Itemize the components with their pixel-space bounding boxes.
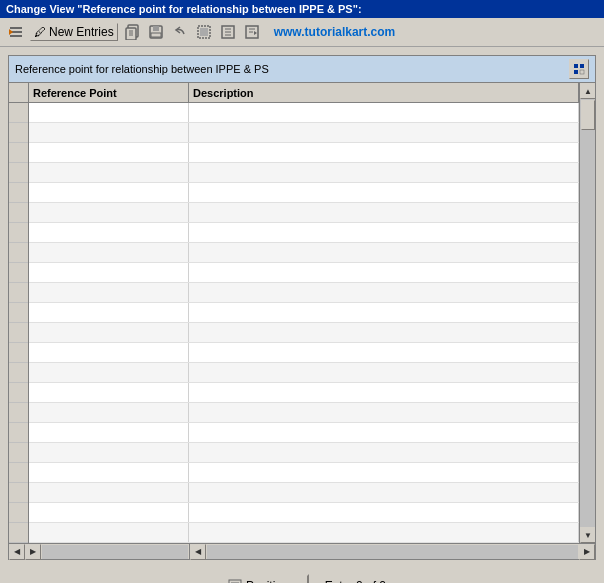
cell-reference[interactable] <box>29 103 189 122</box>
table-row[interactable] <box>29 383 579 403</box>
table-row[interactable] <box>29 163 579 183</box>
cell-description[interactable] <box>189 343 579 362</box>
table-row[interactable] <box>29 103 579 123</box>
table-row[interactable] <box>29 423 579 443</box>
h-scroll-track-right[interactable] <box>207 545 578 559</box>
h-scroll-track-left[interactable] <box>42 545 188 559</box>
cell-reference[interactable] <box>29 523 189 542</box>
svg-marker-3 <box>9 29 13 35</box>
undo-button[interactable] <box>170 22 190 42</box>
svg-rect-25 <box>580 70 584 74</box>
table-row[interactable] <box>29 323 579 343</box>
cell-description[interactable] <box>189 363 579 382</box>
menu-icon[interactable] <box>6 22 26 42</box>
table-row[interactable] <box>29 503 579 523</box>
cell-reference[interactable] <box>29 463 189 482</box>
table-corner-button[interactable] <box>569 59 589 79</box>
table-title-bar: Reference point for relationship between… <box>9 56 595 83</box>
cell-reference[interactable] <box>29 263 189 282</box>
cell-description[interactable] <box>189 203 579 222</box>
row-num-4 <box>9 163 28 183</box>
cell-description[interactable] <box>189 103 579 122</box>
table-row[interactable] <box>29 443 579 463</box>
cell-description[interactable] <box>189 503 579 522</box>
cell-description[interactable] <box>189 123 579 142</box>
new-entries-icon: 🖊 <box>34 25 46 39</box>
cell-reference[interactable] <box>29 403 189 422</box>
select-all-button[interactable] <box>194 22 214 42</box>
cell-reference[interactable] <box>29 323 189 342</box>
details-button[interactable] <box>218 22 238 42</box>
cell-description[interactable] <box>189 263 579 282</box>
scroll-left-button-1[interactable]: ◀ <box>9 544 25 560</box>
cell-description[interactable] <box>189 183 579 202</box>
table-row[interactable] <box>29 283 579 303</box>
copy-button[interactable] <box>122 22 142 42</box>
scroll-track[interactable] <box>580 99 595 527</box>
cell-reference[interactable] <box>29 483 189 502</box>
table-row[interactable] <box>29 263 579 283</box>
table-body: Reference Point Description <box>29 83 579 543</box>
new-entries-button[interactable]: 🖊 New Entries <box>30 23 118 41</box>
table-row[interactable] <box>29 403 579 423</box>
cell-reference[interactable] <box>29 283 189 302</box>
cell-description[interactable] <box>189 223 579 242</box>
row-number-header <box>9 83 28 103</box>
cell-description[interactable] <box>189 243 579 262</box>
cell-description[interactable] <box>189 523 579 542</box>
cell-reference[interactable] <box>29 163 189 182</box>
svg-rect-11 <box>151 33 161 37</box>
new-entries-label: New Entries <box>49 25 114 39</box>
cell-description[interactable] <box>189 383 579 402</box>
export-button[interactable] <box>242 22 262 42</box>
scroll-left-button-2[interactable]: ◀ <box>190 544 206 560</box>
table-row[interactable] <box>29 463 579 483</box>
cell-reference[interactable] <box>29 303 189 322</box>
scroll-thumb[interactable] <box>581 100 595 130</box>
cell-reference[interactable] <box>29 423 189 442</box>
cell-reference[interactable] <box>29 443 189 462</box>
table-row[interactable] <box>29 343 579 363</box>
table-row[interactable] <box>29 123 579 143</box>
cell-description[interactable] <box>189 163 579 182</box>
cell-reference[interactable] <box>29 503 189 522</box>
cell-description[interactable] <box>189 303 579 322</box>
table-row[interactable] <box>29 483 579 503</box>
table-row[interactable] <box>29 203 579 223</box>
cell-reference[interactable] <box>29 383 189 402</box>
cell-reference[interactable] <box>29 343 189 362</box>
table-row[interactable] <box>29 523 579 543</box>
svg-rect-22 <box>574 64 578 68</box>
scroll-up-button[interactable]: ▲ <box>580 83 595 99</box>
table-row[interactable] <box>29 243 579 263</box>
cell-reference[interactable] <box>29 183 189 202</box>
table-row[interactable] <box>29 303 579 323</box>
cell-description[interactable] <box>189 423 579 442</box>
scroll-right-button-2[interactable]: ▶ <box>579 544 595 560</box>
table-row[interactable] <box>29 183 579 203</box>
row-num-6 <box>9 203 28 223</box>
table-row[interactable] <box>29 223 579 243</box>
cell-description[interactable] <box>189 283 579 302</box>
cell-reference[interactable] <box>29 143 189 162</box>
cell-reference[interactable] <box>29 223 189 242</box>
cell-description[interactable] <box>189 443 579 462</box>
cell-description[interactable] <box>189 143 579 162</box>
position-button[interactable]: Position... <box>218 574 309 583</box>
cell-reference[interactable] <box>29 203 189 222</box>
cell-description[interactable] <box>189 403 579 422</box>
scroll-down-button[interactable]: ▼ <box>580 527 595 543</box>
cell-description[interactable] <box>189 463 579 482</box>
cell-reference[interactable] <box>29 243 189 262</box>
title-bar: Change View "Reference point for relatio… <box>0 0 604 18</box>
table-row[interactable] <box>29 363 579 383</box>
save-button[interactable] <box>146 22 166 42</box>
cell-description[interactable] <box>189 323 579 342</box>
row-num-21 <box>9 503 28 523</box>
row-num-9 <box>9 263 28 283</box>
table-row[interactable] <box>29 143 579 163</box>
scroll-right-button-1[interactable]: ▶ <box>25 544 41 560</box>
cell-description[interactable] <box>189 483 579 502</box>
cell-reference[interactable] <box>29 123 189 142</box>
cell-reference[interactable] <box>29 363 189 382</box>
